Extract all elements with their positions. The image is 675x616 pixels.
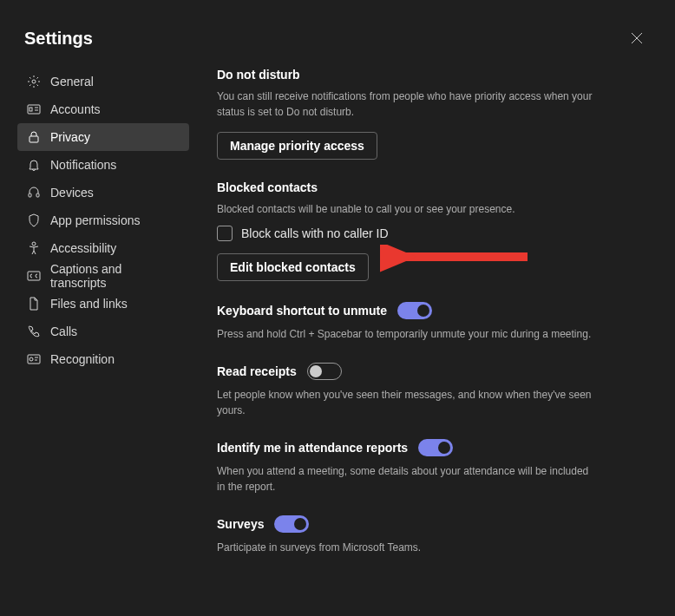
bell-icon [26, 157, 42, 173]
sidebar-item-label: Accessibility [50, 241, 116, 255]
sidebar-item-files[interactable]: Files and links [17, 290, 189, 318]
sidebar-item-devices[interactable]: Devices [17, 179, 189, 206]
sidebar-item-label: General [50, 75, 94, 88]
lock-icon [26, 129, 42, 145]
sidebar-item-label: App permissions [50, 213, 141, 227]
close-icon [631, 32, 643, 44]
close-button[interactable] [623, 24, 651, 52]
sidebar-item-label: Recognition [50, 352, 115, 366]
surveys-description: Participate in surveys from Microsoft Te… [217, 540, 597, 555]
headset-icon [26, 185, 42, 200]
block-no-caller-id-row: Block calls with no caller ID [217, 226, 597, 241]
dnd-title: Do not disturb [217, 68, 597, 82]
section-read-receipts: Read receipts Let people know when you'v… [217, 363, 597, 418]
sidebar-item-accounts[interactable]: Accounts [17, 95, 189, 123]
sidebar-item-label: Files and links [50, 297, 128, 311]
surveys-toggle[interactable] [274, 515, 309, 533]
sidebar-item-label: Captions and transcripts [50, 262, 180, 290]
section-surveys: Surveys Participate in surveys from Micr… [217, 515, 597, 555]
svg-point-9 [29, 357, 33, 361]
svg-rect-3 [29, 136, 38, 142]
blocked-description: Blocked contacts will be unable to call … [217, 201, 597, 217]
block-no-caller-id-label: Block calls with no caller ID [241, 226, 389, 240]
receipts-title: Read receipts [217, 364, 297, 378]
receipts-description: Let people know when you've seen their m… [217, 387, 597, 418]
sidebar-item-general[interactable]: General [17, 68, 189, 95]
settings-content: Do not disturb You can still receive not… [189, 68, 597, 555]
receipts-toggle[interactable] [307, 363, 342, 380]
sidebar-item-captions[interactable]: Captions and transcripts [17, 262, 189, 290]
shield-icon [26, 213, 42, 228]
svg-point-6 [32, 242, 36, 246]
sidebar-item-privacy[interactable]: Privacy [17, 123, 189, 151]
settings-sidebar: General Accounts Privacy Notifications D… [17, 68, 189, 555]
sidebar-item-label: Privacy [50, 130, 90, 144]
section-attendance: Identify me in attendance reports When y… [217, 439, 597, 495]
sidebar-item-app-permissions[interactable]: App permissions [17, 206, 189, 234]
person-icon [26, 240, 42, 256]
section-keyboard-shortcut: Keyboard shortcut to unmute Press and ho… [217, 302, 597, 342]
phone-icon [26, 324, 42, 339]
manage-priority-access-button[interactable]: Manage priority access [217, 132, 377, 160]
page-title: Settings [24, 29, 93, 49]
badge-icon [26, 351, 42, 367]
sidebar-item-label: Calls [50, 324, 77, 338]
sidebar-item-accessibility[interactable]: Accessibility [17, 234, 189, 262]
attendance-description: When you attend a meeting, some details … [217, 463, 597, 495]
dnd-description: You can still receive notifications from… [217, 88, 597, 120]
settings-header: Settings [0, 0, 675, 68]
svg-rect-5 [36, 193, 39, 197]
gear-icon [26, 74, 42, 89]
sidebar-item-recognition[interactable]: Recognition [17, 345, 189, 373]
sidebar-item-label: Notifications [50, 158, 116, 172]
shortcut-description: Press and hold Ctrl + Spacebar to tempor… [217, 326, 597, 342]
block-no-caller-id-checkbox[interactable] [217, 226, 233, 241]
sidebar-item-calls[interactable]: Calls [17, 318, 189, 345]
svg-rect-2 [29, 108, 32, 111]
sidebar-item-label: Accounts [50, 102, 101, 116]
section-do-not-disturb: Do not disturb You can still receive not… [217, 68, 597, 160]
svg-rect-4 [29, 193, 31, 197]
blocked-title: Blocked contacts [217, 180, 597, 194]
shortcut-title: Keyboard shortcut to unmute [217, 304, 387, 318]
shortcut-toggle[interactable] [397, 302, 432, 319]
section-blocked-contacts: Blocked contacts Blocked contacts will b… [217, 180, 597, 281]
id-card-icon [26, 102, 42, 117]
cc-icon [26, 268, 42, 284]
file-icon [26, 296, 42, 311]
svg-point-0 [32, 80, 36, 83]
svg-rect-7 [28, 272, 40, 280]
sidebar-item-notifications[interactable]: Notifications [17, 151, 189, 179]
attendance-title: Identify me in attendance reports [217, 441, 408, 455]
surveys-title: Surveys [217, 517, 264, 531]
edit-blocked-contacts-button[interactable]: Edit blocked contacts [217, 253, 369, 281]
attendance-toggle[interactable] [418, 439, 453, 456]
sidebar-item-label: Devices [50, 186, 94, 200]
